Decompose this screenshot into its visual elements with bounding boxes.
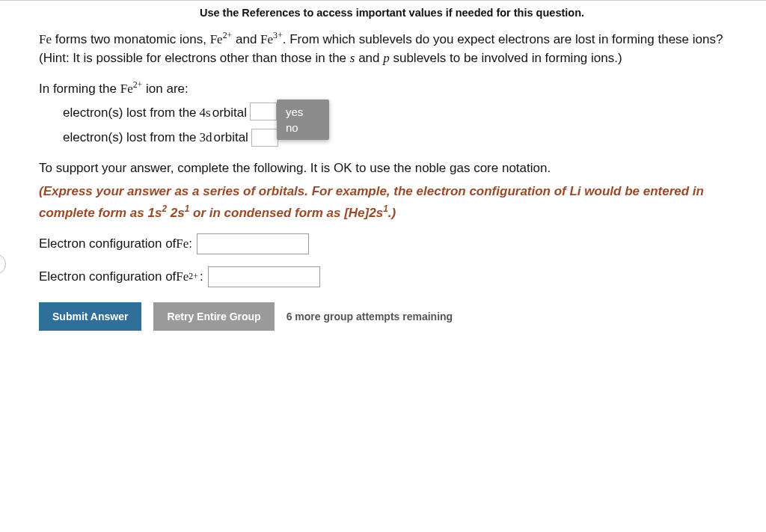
- orbital-3d-dropdown[interactable]: [251, 129, 278, 147]
- sidebar-notch-icon[interactable]: [0, 254, 6, 275]
- orbital-3d-row: electron(s) lost from the 3d orbital: [63, 129, 745, 147]
- dropdown-menu: yes no: [277, 100, 329, 140]
- config-fe2-input[interactable]: [208, 266, 320, 287]
- orbital-4s-dropdown[interactable]: [250, 103, 277, 120]
- retry-button[interactable]: Retry Entire Group: [153, 302, 274, 331]
- attempts-remaining: 6 more group attempts remaining: [287, 311, 453, 322]
- config-fe-input[interactable]: [197, 233, 309, 254]
- reference-instruction: Use the References to access important v…: [39, 1, 745, 29]
- orbital-4s-row: electron(s) lost from the 4s orbital ✓ y…: [63, 103, 745, 124]
- dropdown-option-no[interactable]: no: [277, 120, 329, 135]
- element-symbol: Fe: [39, 32, 52, 46]
- submit-button[interactable]: Submit Answer: [39, 302, 141, 331]
- answer-format-hint: (Express your answer as a series of orbi…: [39, 182, 745, 222]
- config-fe-row: Electron configuration of Fe :: [39, 233, 745, 254]
- forming-ion-line: In forming the Fe2+ ion are:: [39, 79, 745, 98]
- button-bar: Submit Answer Retry Entire Group 6 more …: [39, 302, 745, 331]
- question-panel: Use the References to access important v…: [0, 0, 766, 532]
- dropdown-option-yes[interactable]: yes: [277, 104, 329, 120]
- config-fe2-row: Electron configuration of Fe2+ :: [39, 266, 745, 287]
- support-text: To support your answer, complete the fol…: [39, 159, 745, 178]
- question-text: Fe forms two monatomic ions, Fe2+ and Fe…: [39, 29, 745, 68]
